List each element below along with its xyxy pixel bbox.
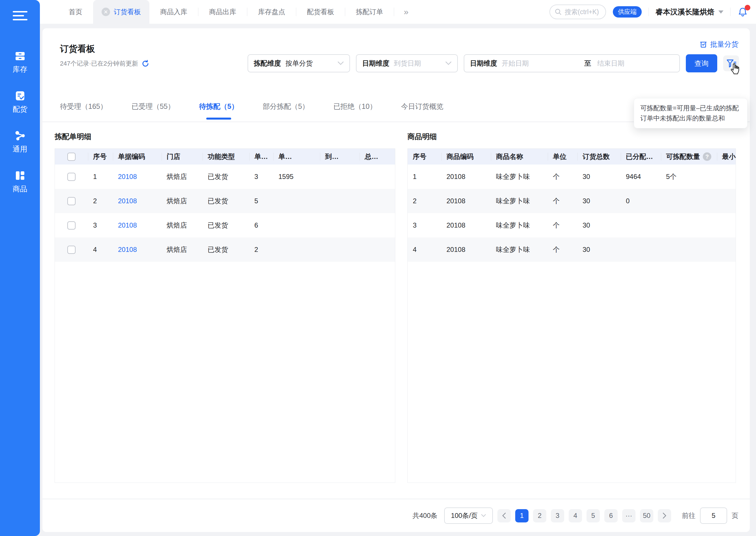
company-switcher[interactable]: 睿本汉溪长隆烘焙 <box>656 7 723 17</box>
status-tab-待受理（165）[interactable]: 待受理（165） <box>60 102 107 119</box>
page-button-6[interactable]: 6 <box>604 509 618 522</box>
pick-dimension-select[interactable]: 拣配维度 按单分货 <box>248 54 350 72</box>
row-checkbox[interactable] <box>67 197 76 205</box>
nav-tab-配货看板[interactable]: 配货看板 <box>296 0 345 24</box>
order-code-link[interactable]: 20108 <box>118 246 137 253</box>
cell: 30 <box>577 197 621 205</box>
menu-toggle-icon[interactable] <box>13 9 27 23</box>
cell: 味全萝卜味 <box>491 245 548 254</box>
record-info: 247个记录·已在2分钟前更新 <box>60 59 149 68</box>
goto-page-input[interactable] <box>700 507 727 524</box>
page-button-5[interactable]: 5 <box>587 509 600 522</box>
order-code-link[interactable]: 20108 <box>118 197 137 205</box>
query-button[interactable]: 查询 <box>686 54 717 72</box>
page-title: 订货看板 <box>60 43 95 55</box>
status-tab-待拣配（5）[interactable]: 待拣配（5） <box>199 102 238 119</box>
next-page-button[interactable] <box>658 509 671 522</box>
table-row: 420108味全萝卜味个30 <box>408 237 736 262</box>
cell: 个 <box>548 172 577 181</box>
table-row: 120108烘焙店已发货31595 <box>55 165 395 189</box>
column-header-label: 最小 <box>722 152 736 161</box>
nav-tab-拣配订单[interactable]: 拣配订单 <box>345 0 394 24</box>
nav-tab-订货看板[interactable]: ✕订货看板 <box>93 0 149 24</box>
sidebar-item-库存[interactable]: 库存 <box>13 50 27 74</box>
search-placeholder: 搜索(ctrl+K) <box>565 8 599 17</box>
date-range-input[interactable]: 日期维度 开始日期 至 结束日期 <box>464 54 680 72</box>
header-checkbox-cell <box>55 153 88 161</box>
help-icon[interactable]: ? <box>703 152 711 161</box>
cell: 2 <box>408 197 441 205</box>
batch-allocate-icon <box>700 40 707 48</box>
order-code-link[interactable]: 20108 <box>118 221 137 229</box>
batch-allocate-label: 批量分货 <box>710 40 738 49</box>
row-checkbox[interactable] <box>67 246 76 254</box>
notification-bell-button[interactable] <box>737 7 748 17</box>
column-header-label: 单位 <box>553 152 566 161</box>
status-tab-部分拣配（5）[interactable]: 部分拣配（5） <box>263 102 309 119</box>
nav-tab-首页[interactable]: 首页 <box>58 0 93 24</box>
date-range-label: 日期维度 <box>470 59 497 68</box>
column-header-label: 单… <box>278 152 292 161</box>
close-icon[interactable]: ✕ <box>102 8 110 16</box>
cell: 个 <box>548 245 577 254</box>
cell: 4 <box>88 246 113 253</box>
row-checkbox[interactable] <box>67 221 76 230</box>
chevron-down-icon <box>718 11 723 14</box>
nav-tab-label: 订货看板 <box>114 7 141 17</box>
cell: 4 <box>408 246 441 253</box>
search-icon <box>555 8 562 16</box>
table-header-row: 序号商品编码商品名称单位订货总数已分配…可拣配数量?最小 <box>408 149 736 165</box>
cell: 20108 <box>113 246 162 253</box>
sidebar-item-配货[interactable]: 配货 <box>13 90 27 114</box>
nav-tab-库存盘点[interactable]: 库存盘点 <box>247 0 296 24</box>
page-button-50[interactable]: 50 <box>640 509 653 522</box>
column-header-单…: 单… <box>249 152 273 161</box>
cell: 1 <box>88 173 113 181</box>
cell: 3 <box>408 221 441 229</box>
page-button-2[interactable]: 2 <box>533 509 546 522</box>
page-button-1[interactable]: 1 <box>515 509 528 522</box>
filter-settings-button[interactable] <box>723 55 739 71</box>
sidebar-item-label: 配货 <box>13 104 27 114</box>
cell: 烘焙店 <box>162 196 202 206</box>
sidebar-item-通用[interactable]: 通用 <box>13 129 27 154</box>
total-count: 共400条 <box>413 511 437 520</box>
row-checkbox[interactable] <box>67 173 76 181</box>
refresh-icon[interactable] <box>141 60 149 68</box>
goto-page: 前往 页 <box>682 507 738 524</box>
pick-order-panel: 拣配单明细 序号单据编码门店功能类型单…单…到…总…120108烘焙店已发货31… <box>54 132 395 483</box>
status-tab-已受理（55）[interactable]: 已受理（55） <box>131 102 175 119</box>
inventory-icon <box>14 50 26 62</box>
column-header-已分配…: 已分配… <box>621 152 661 161</box>
page-ellipsis-button[interactable]: ··· <box>622 509 635 522</box>
column-header-label: 门店 <box>167 152 180 161</box>
nav-tab-商品入库[interactable]: 商品入库 <box>149 0 198 24</box>
page-size-select[interactable]: 100条/页 <box>444 507 493 524</box>
page-button-3[interactable]: 3 <box>551 509 564 522</box>
cell: 30 <box>577 246 621 253</box>
cell: 20108 <box>113 173 162 181</box>
navbar-right: 搜索(ctrl+K) 供应端 睿本汉溪长隆烘焙 <box>550 0 748 24</box>
cell: 味全萝卜味 <box>491 196 548 206</box>
notification-dot <box>745 5 750 11</box>
status-tab-今日订货概览[interactable]: 今日订货概览 <box>401 102 443 119</box>
nav-tab-label: 商品出库 <box>209 7 236 17</box>
sidebar-item-商品[interactable]: 商品 <box>13 169 27 194</box>
prev-page-button[interactable] <box>497 509 511 522</box>
order-code-link[interactable]: 20108 <box>118 173 137 180</box>
product-table: 序号商品编码商品名称单位订货总数已分配…可拣配数量?最小120108味全萝卜味个… <box>408 149 736 483</box>
more-tabs-icon[interactable]: » <box>394 0 418 24</box>
company-name: 睿本汉溪长隆烘焙 <box>656 7 714 17</box>
batch-allocate-link[interactable]: 批量分货 <box>700 40 738 49</box>
page-button-4[interactable]: 4 <box>569 509 582 522</box>
date-dimension-select[interactable]: 日期维度 到货日期 <box>356 54 458 72</box>
column-header-label: 总… <box>365 152 378 161</box>
nav-tab-label: 库存盘点 <box>258 7 285 17</box>
filter-bar: 拣配维度 按单分货 日期维度 到货日期 日期维度 开始日期 至 结束日期 查询 <box>248 54 739 72</box>
sidebar: 库存配货通用商品 <box>0 0 40 536</box>
cell: 已发货 <box>202 172 249 181</box>
status-tab-已拒绝（10）[interactable]: 已拒绝（10） <box>333 102 377 119</box>
global-search-input[interactable]: 搜索(ctrl+K) <box>550 5 606 19</box>
nav-tab-商品出库[interactable]: 商品出库 <box>198 0 247 24</box>
select-all-checkbox[interactable] <box>67 153 76 161</box>
